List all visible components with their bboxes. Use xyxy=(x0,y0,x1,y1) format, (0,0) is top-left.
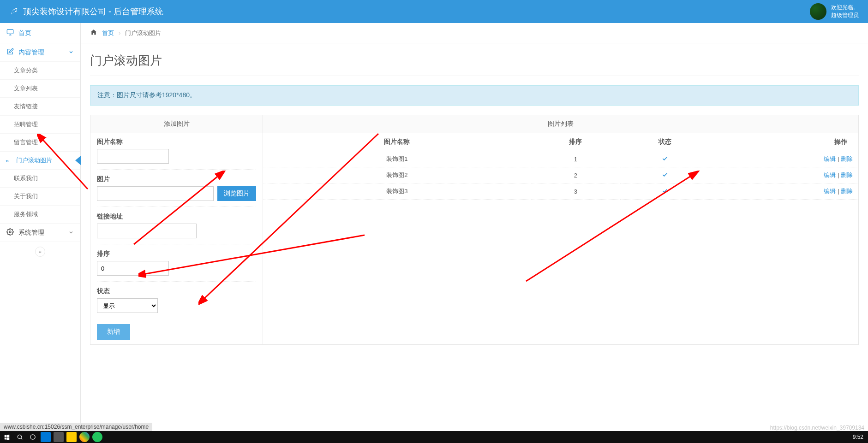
status-bar-url: www.csbishe.cn:15026/ssm_enterprise/mana… xyxy=(0,423,152,431)
svg-line-5 xyxy=(21,438,22,439)
sidebar-system-mgmt[interactable]: 系统管理 xyxy=(0,224,80,242)
cell-status xyxy=(620,183,710,200)
chevron-down-icon xyxy=(68,229,74,236)
taskbar-app-2[interactable] xyxy=(54,432,64,442)
sidebar-sub-item[interactable]: » 门户滚动图片 xyxy=(0,152,80,170)
sort-label: 排序 xyxy=(97,250,256,258)
cell-sort: 3 xyxy=(531,183,621,200)
breadcrumb-home-link[interactable]: 首页 xyxy=(102,29,114,37)
col-sort: 排序 xyxy=(531,133,621,151)
sidebar: 首页 内容管理 文章分类文章列表友情链接招聘管理留言管理» 门户滚动图片联系我们… xyxy=(0,23,81,443)
sidebar-item-label: 留言管理 xyxy=(14,138,38,147)
cell-sort: 1 xyxy=(531,151,621,167)
notice-alert: 注意：图片尺寸请参考1920*480。 xyxy=(90,85,859,106)
sidebar-item-label: 招聘管理 xyxy=(14,120,38,129)
sidebar-home[interactable]: 首页 xyxy=(0,23,80,43)
name-label: 图片名称 xyxy=(97,138,256,146)
sidebar-item-label: 服务领域 xyxy=(14,210,38,219)
sidebar-sub-item[interactable]: 文章分类 xyxy=(0,62,80,80)
table-row: 装饰图11编辑 | 删除 xyxy=(263,151,858,167)
submit-button[interactable]: 新增 xyxy=(97,324,130,340)
sidebar-sub-item[interactable]: 文章列表 xyxy=(0,80,80,98)
table-row: 装饰图33编辑 | 删除 xyxy=(263,183,858,200)
breadcrumb-current: 门户滚动图片 xyxy=(125,29,161,37)
sidebar-sub-item[interactable]: 友情链接 xyxy=(0,98,80,116)
watermark: https://blog.csdn.net/weixin_39709134 xyxy=(770,425,864,431)
cell-sort: 2 xyxy=(531,167,621,183)
cell-status xyxy=(620,151,710,167)
svg-rect-0 xyxy=(7,30,13,34)
avatar xyxy=(810,3,826,20)
sidebar-sub-item[interactable]: 留言管理 xyxy=(0,134,80,152)
cortana-icon[interactable] xyxy=(28,432,38,442)
header-title-group: 顶尖装饰设计有限公司 - 后台管理系统 xyxy=(9,6,163,18)
table-row: 装饰图22编辑 | 删除 xyxy=(263,167,858,183)
image-label: 图片 xyxy=(97,175,256,183)
edit-icon xyxy=(6,48,14,57)
chrome-icon[interactable] xyxy=(79,432,90,442)
col-status: 状态 xyxy=(620,133,710,151)
wechat-icon[interactable] xyxy=(92,432,102,442)
chevron-down-icon xyxy=(68,49,74,56)
chevron-right-icon: » xyxy=(6,157,9,164)
edit-link[interactable]: 编辑 xyxy=(824,155,836,162)
taskbar: 9:52 xyxy=(0,431,868,443)
sidebar-item-label: 文章列表 xyxy=(14,84,38,93)
sidebar-item-label: 门户滚动图片 xyxy=(16,156,52,165)
cell-name: 装饰图2 xyxy=(263,167,531,183)
sidebar-content-mgmt[interactable]: 内容管理 xyxy=(0,43,80,62)
taskbar-app-3[interactable] xyxy=(66,432,77,442)
sidebar-item-label: 关于我们 xyxy=(14,192,38,201)
col-name: 图片名称 xyxy=(263,133,531,151)
divider xyxy=(90,76,859,76)
delete-link[interactable]: 删除 xyxy=(841,188,853,195)
cell-name: 装饰图1 xyxy=(263,151,531,167)
cell-status xyxy=(620,167,710,183)
search-icon[interactable] xyxy=(15,432,25,442)
delete-link[interactable]: 删除 xyxy=(841,171,853,178)
gear-icon xyxy=(6,228,14,237)
home-icon xyxy=(90,29,97,37)
taskbar-clock: 9:52 xyxy=(853,434,866,440)
cell-name: 装饰图3 xyxy=(263,183,531,200)
leaf-icon xyxy=(9,6,19,18)
header-user[interactable]: 欢迎光临, 超级管理员 xyxy=(810,3,859,20)
status-select[interactable]: 显示 xyxy=(97,298,158,313)
sidebar-sub-item[interactable]: 关于我们 xyxy=(0,188,80,206)
name-input[interactable] xyxy=(97,149,169,164)
status-label: 状态 xyxy=(97,287,256,295)
app-title: 顶尖装饰设计有限公司 - 后台管理系统 xyxy=(23,6,163,17)
col-action: 操作 xyxy=(710,133,858,151)
image-table: 图片名称 排序 状态 操作 装饰图11编辑 | 删除装饰图22编辑 | 删除装饰… xyxy=(263,133,858,200)
user-text: 欢迎光临, 超级管理员 xyxy=(831,4,859,19)
page-title: 门户滚动图片 xyxy=(81,43,868,76)
sidebar-item-label: 联系我们 xyxy=(14,174,38,183)
svg-point-6 xyxy=(30,435,36,440)
breadcrumb: 首页 › 门户滚动图片 xyxy=(81,23,868,43)
browse-button[interactable]: 浏览图片 xyxy=(217,186,256,201)
sidebar-sub-item[interactable]: 联系我们 xyxy=(0,170,80,188)
image-path-input[interactable] xyxy=(97,186,214,201)
image-list-panel: 图片列表 图片名称 排序 状态 操作 装饰图11编辑 | 删除装饰图22编辑 |… xyxy=(263,115,858,344)
sidebar-sub-item[interactable]: 服务领域 xyxy=(0,206,80,224)
link-input[interactable] xyxy=(97,224,197,238)
edit-link[interactable]: 编辑 xyxy=(824,188,836,195)
sort-input[interactable] xyxy=(97,261,169,276)
windows-start-icon[interactable] xyxy=(2,432,12,442)
edit-link[interactable]: 编辑 xyxy=(824,171,836,178)
taskbar-app-1[interactable] xyxy=(41,432,51,442)
app-header: 顶尖装饰设计有限公司 - 后台管理系统 欢迎光临, 超级管理员 xyxy=(0,0,868,23)
svg-point-4 xyxy=(18,435,21,438)
link-label: 链接地址 xyxy=(97,213,256,221)
sidebar-sub-item[interactable]: 招聘管理 xyxy=(0,116,80,134)
delete-link[interactable]: 删除 xyxy=(841,155,853,162)
sidebar-item-label: 文章分类 xyxy=(14,66,38,75)
breadcrumb-sep: › xyxy=(119,30,120,36)
content-area: 首页 › 门户滚动图片 门户滚动图片 注意：图片尺寸请参考1920*480。 添… xyxy=(81,23,868,443)
monitor-icon xyxy=(6,29,14,37)
svg-point-3 xyxy=(9,231,11,233)
image-list-header: 图片列表 xyxy=(263,115,858,133)
add-image-header: 添加图片 xyxy=(90,115,263,133)
collapse-sidebar-button[interactable]: « xyxy=(35,247,45,257)
add-image-panel: 添加图片 图片名称 图片 浏览图片 链接地址 xyxy=(90,115,263,344)
